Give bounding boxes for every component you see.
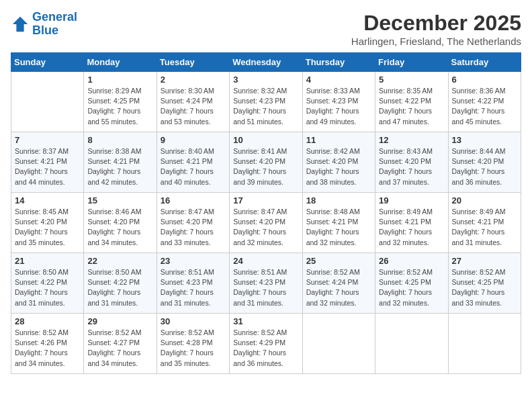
day-cell [375,314,448,374]
day-cell: 18Sunrise: 8:48 AM Sunset: 4:21 PM Dayli… [302,193,375,253]
day-info: Sunrise: 8:45 AM Sunset: 4:20 PM Dayligh… [15,207,80,248]
day-info: Sunrise: 8:51 AM Sunset: 4:23 PM Dayligh… [161,267,226,308]
day-info: Sunrise: 8:52 AM Sunset: 4:26 PM Dayligh… [15,328,80,369]
day-info: Sunrise: 8:52 AM Sunset: 4:28 PM Dayligh… [161,328,226,369]
day-number: 11 [306,135,371,145]
day-info: Sunrise: 8:43 AM Sunset: 4:20 PM Dayligh… [379,146,444,187]
day-cell: 30Sunrise: 8:52 AM Sunset: 4:28 PM Dayli… [157,314,229,374]
day-number: 24 [233,256,298,266]
logo-text: General Blue [32,11,77,38]
week-row-5: 28Sunrise: 8:52 AM Sunset: 4:26 PM Dayli… [11,314,521,374]
day-number: 14 [15,195,80,205]
day-number: 2 [161,75,226,85]
day-cell: 4Sunrise: 8:33 AM Sunset: 4:23 PM Daylig… [302,72,375,132]
calendar-header: SundayMondayTuesdayWednesdayThursdayFrid… [11,53,521,72]
day-info: Sunrise: 8:33 AM Sunset: 4:23 PM Dayligh… [306,86,371,127]
day-info: Sunrise: 8:47 AM Sunset: 4:20 PM Dayligh… [233,207,298,248]
day-cell: 28Sunrise: 8:52 AM Sunset: 4:26 PM Dayli… [11,314,84,374]
day-number: 21 [15,256,80,266]
day-number: 17 [233,195,298,205]
day-number: 4 [306,75,371,85]
day-number: 7 [15,135,80,145]
header-cell-saturday: Saturday [448,53,521,72]
day-cell: 22Sunrise: 8:50 AM Sunset: 4:22 PM Dayli… [84,253,157,314]
day-number: 29 [87,316,152,326]
day-cell: 13Sunrise: 8:44 AM Sunset: 4:20 PM Dayli… [448,132,521,193]
day-cell [11,72,84,132]
day-cell: 1Sunrise: 8:29 AM Sunset: 4:25 PM Daylig… [84,72,157,132]
day-cell [448,314,521,374]
day-info: Sunrise: 8:41 AM Sunset: 4:20 PM Dayligh… [233,146,298,187]
day-info: Sunrise: 8:40 AM Sunset: 4:21 PM Dayligh… [161,146,226,187]
day-cell: 11Sunrise: 8:42 AM Sunset: 4:20 PM Dayli… [302,132,375,193]
day-cell: 19Sunrise: 8:49 AM Sunset: 4:21 PM Dayli… [375,193,448,253]
day-cell: 14Sunrise: 8:45 AM Sunset: 4:20 PM Dayli… [11,193,84,253]
day-number: 16 [161,195,226,205]
day-info: Sunrise: 8:30 AM Sunset: 4:24 PM Dayligh… [161,86,226,127]
day-info: Sunrise: 8:32 AM Sunset: 4:23 PM Dayligh… [233,86,298,127]
day-cell: 10Sunrise: 8:41 AM Sunset: 4:20 PM Dayli… [230,132,302,193]
week-row-1: 1Sunrise: 8:29 AM Sunset: 4:25 PM Daylig… [11,72,521,132]
day-info: Sunrise: 8:42 AM Sunset: 4:20 PM Dayligh… [306,146,371,187]
day-number: 27 [452,256,517,266]
day-number: 30 [161,316,226,326]
day-cell: 12Sunrise: 8:43 AM Sunset: 4:20 PM Dayli… [375,132,448,193]
header-row: SundayMondayTuesdayWednesdayThursdayFrid… [11,53,521,72]
logo-icon [11,15,30,34]
day-cell: 23Sunrise: 8:51 AM Sunset: 4:23 PM Dayli… [157,253,229,314]
day-cell: 9Sunrise: 8:40 AM Sunset: 4:21 PM Daylig… [157,132,229,193]
day-cell: 3Sunrise: 8:32 AM Sunset: 4:23 PM Daylig… [230,72,302,132]
header-cell-thursday: Thursday [302,53,375,72]
day-info: Sunrise: 8:35 AM Sunset: 4:22 PM Dayligh… [379,86,444,127]
day-info: Sunrise: 8:50 AM Sunset: 4:22 PM Dayligh… [15,267,80,308]
day-number: 9 [161,135,226,145]
header-cell-monday: Monday [84,53,157,72]
day-cell: 2Sunrise: 8:30 AM Sunset: 4:24 PM Daylig… [157,72,229,132]
day-number: 23 [161,256,226,266]
day-info: Sunrise: 8:46 AM Sunset: 4:20 PM Dayligh… [87,207,152,248]
day-number: 1 [87,75,152,85]
header-cell-sunday: Sunday [11,53,84,72]
day-cell: 16Sunrise: 8:47 AM Sunset: 4:20 PM Dayli… [157,193,229,253]
day-cell: 15Sunrise: 8:46 AM Sunset: 4:20 PM Dayli… [84,193,157,253]
day-cell: 7Sunrise: 8:37 AM Sunset: 4:21 PM Daylig… [11,132,84,193]
day-number: 10 [233,135,298,145]
day-number: 3 [233,75,298,85]
header-cell-wednesday: Wednesday [230,53,302,72]
week-row-3: 14Sunrise: 8:45 AM Sunset: 4:20 PM Dayli… [11,193,521,253]
day-number: 28 [15,316,80,326]
day-info: Sunrise: 8:37 AM Sunset: 4:21 PM Dayligh… [15,146,80,187]
day-cell [302,314,375,374]
page-header: General Blue December 2025 Harlingen, Fr… [11,11,521,47]
day-info: Sunrise: 8:36 AM Sunset: 4:22 PM Dayligh… [452,86,517,127]
calendar-body: 1Sunrise: 8:29 AM Sunset: 4:25 PM Daylig… [11,72,521,374]
day-cell: 24Sunrise: 8:51 AM Sunset: 4:23 PM Dayli… [230,253,302,314]
day-cell: 25Sunrise: 8:52 AM Sunset: 4:24 PM Dayli… [302,253,375,314]
day-cell: 29Sunrise: 8:52 AM Sunset: 4:27 PM Dayli… [84,314,157,374]
logo: General Blue [11,11,77,38]
header-cell-tuesday: Tuesday [157,53,229,72]
day-info: Sunrise: 8:29 AM Sunset: 4:25 PM Dayligh… [87,86,152,127]
day-info: Sunrise: 8:44 AM Sunset: 4:20 PM Dayligh… [452,146,517,187]
svg-marker-0 [13,17,28,32]
day-number: 5 [379,75,444,85]
day-info: Sunrise: 8:52 AM Sunset: 4:25 PM Dayligh… [452,267,517,308]
day-number: 20 [452,195,517,205]
day-number: 25 [306,256,371,266]
day-cell: 20Sunrise: 8:49 AM Sunset: 4:21 PM Dayli… [448,193,521,253]
header-cell-friday: Friday [375,53,448,72]
day-info: Sunrise: 8:52 AM Sunset: 4:29 PM Dayligh… [233,328,298,369]
day-info: Sunrise: 8:52 AM Sunset: 4:27 PM Dayligh… [87,328,152,369]
location: Harlingen, Friesland, The Netherlands [351,36,521,47]
day-info: Sunrise: 8:49 AM Sunset: 4:21 PM Dayligh… [379,207,444,248]
day-number: 8 [87,135,152,145]
day-cell: 6Sunrise: 8:36 AM Sunset: 4:22 PM Daylig… [448,72,521,132]
day-number: 19 [379,195,444,205]
day-number: 26 [379,256,444,266]
day-number: 12 [379,135,444,145]
day-info: Sunrise: 8:48 AM Sunset: 4:21 PM Dayligh… [306,207,371,248]
title-block: December 2025 Harlingen, Friesland, The … [351,11,521,47]
day-cell: 27Sunrise: 8:52 AM Sunset: 4:25 PM Dayli… [448,253,521,314]
day-cell: 8Sunrise: 8:38 AM Sunset: 4:21 PM Daylig… [84,132,157,193]
day-info: Sunrise: 8:52 AM Sunset: 4:25 PM Dayligh… [379,267,444,308]
